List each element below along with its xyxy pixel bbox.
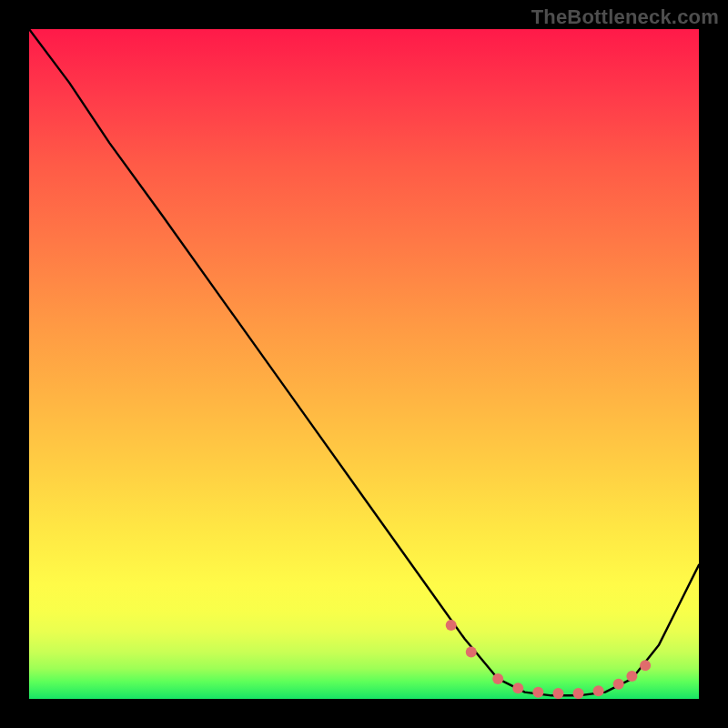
valley-dot [573,688,584,699]
valley-dot [626,671,637,682]
valley-dot [492,673,503,684]
valley-dot [512,682,523,693]
plot-area [29,29,699,699]
valley-dot [640,660,651,671]
valley-dot [552,688,563,699]
valley-dot [466,646,477,657]
chart-frame: TheBottleneck.com [0,0,728,728]
chart-svg [29,29,699,699]
valley-dot [532,687,543,698]
valley-dot [613,679,624,690]
valley-dot [593,685,604,696]
valley-dot [446,620,457,631]
curve-line [29,29,699,695]
watermark-text: TheBottleneck.com [531,5,719,29]
